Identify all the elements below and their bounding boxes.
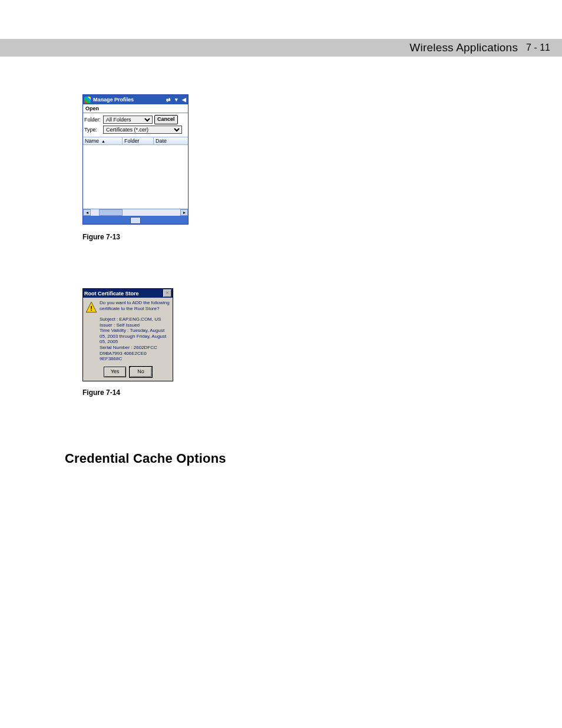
scroll-track[interactable] <box>91 209 180 216</box>
window-title: Manage Profiles <box>93 97 164 103</box>
root-certificate-store-dialog: Root Certificate Store × ! Do you want t… <box>82 288 173 381</box>
scroll-thumb[interactable] <box>99 209 123 216</box>
dialog-title: Root Certificate Store <box>84 291 163 297</box>
cancel-button[interactable]: Cancel <box>154 115 178 124</box>
scroll-right-button[interactable]: ▸ <box>180 209 188 216</box>
svg-text:!: ! <box>90 305 92 312</box>
signal-icon[interactable]: ▾ <box>173 97 179 103</box>
start-icon <box>84 97 91 103</box>
file-list <box>83 145 188 209</box>
cert-issuer: Issuer : Self Issued <box>100 322 170 328</box>
col-folder[interactable]: Folder <box>123 137 154 144</box>
open-label: Open <box>83 104 188 113</box>
folder-label: Folder: <box>84 117 103 123</box>
col-name[interactable]: Name▲ <box>83 137 123 144</box>
connectivity-icon[interactable]: ⇄ <box>166 97 171 103</box>
header-title: Wireless Applications <box>409 41 518 54</box>
figure-7-13-caption: Figure 7-13 <box>82 233 562 241</box>
type-label: Type: <box>84 127 103 133</box>
col-date[interactable]: Date <box>154 137 188 144</box>
yes-button[interactable]: Yes <box>104 367 126 377</box>
volume-icon[interactable]: ◀ <box>181 97 187 103</box>
horizontal-scrollbar[interactable]: ◂ ▸ <box>83 209 188 216</box>
page-number: 7 - 11 <box>526 42 550 53</box>
scroll-left-button[interactable]: ◂ <box>83 209 91 216</box>
figure-7-14-caption: Figure 7-14 <box>82 388 562 397</box>
dialog-titlebar: Root Certificate Store × <box>83 289 173 298</box>
sip-bar <box>83 216 188 224</box>
keyboard-icon[interactable] <box>130 217 141 224</box>
open-form: Folder: All Folders Cancel Type: Certifi… <box>83 113 188 137</box>
type-select[interactable]: Certificates (*.cer) <box>103 126 182 134</box>
cert-validity: Time Validity : Tuesday, August 05, 2003… <box>100 328 170 345</box>
close-icon[interactable]: × <box>163 289 171 297</box>
sort-asc-icon: ▲ <box>101 139 105 143</box>
page-header: Wireless Applications 7 - 11 <box>0 39 562 57</box>
page-body: Manage Profiles ⇄ ▾ ◀ Open Folder: All F… <box>0 57 562 466</box>
cert-subject: Subject : EAP.ENG.COM, US <box>100 317 170 322</box>
warning-icon: ! <box>85 301 97 313</box>
dialog-buttons: Yes No <box>85 367 170 377</box>
no-button[interactable]: No <box>130 367 152 377</box>
cert-serial: Serial Number : 2602DFCC D9BA7993 406E2C… <box>100 345 170 362</box>
folder-select[interactable]: All Folders <box>103 116 153 124</box>
certificate-details: Subject : EAP.ENG.COM, US Issuer : Self … <box>100 317 170 362</box>
titlebar: Manage Profiles ⇄ ▾ ◀ <box>83 95 188 104</box>
list-header[interactable]: Name▲ Folder Date <box>83 137 188 145</box>
dialog-question: Do you want to ADD the following certifi… <box>100 300 170 313</box>
section-heading: Credential Cache Options <box>65 451 562 466</box>
manage-profiles-window: Manage Profiles ⇄ ▾ ◀ Open Folder: All F… <box>82 94 189 225</box>
